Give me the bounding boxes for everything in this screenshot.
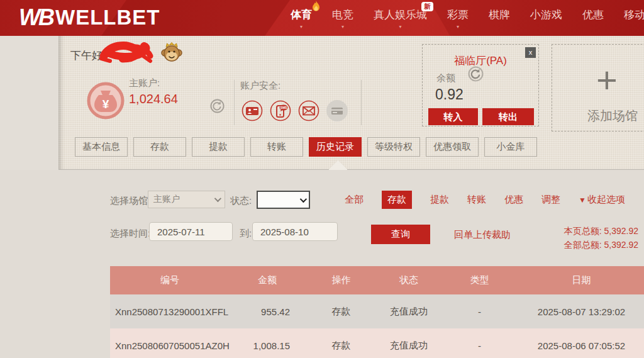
nav-item-lottery[interactable]: 彩票 ▾ — [437, 0, 479, 36]
cell-date: 2025-08-06 07:05:52 — [519, 340, 644, 351]
chevron-down-icon — [300, 195, 307, 202]
nav-item-esports[interactable]: 电竞 ▾ — [322, 0, 364, 36]
account-security-label: 账户安全: — [240, 80, 280, 92]
nav-item-mini-games[interactable]: 小游戏 — [520, 0, 572, 36]
tab-withdraw[interactable]: 提款 — [192, 137, 245, 157]
nav-item-mobile[interactable]: 移动版 — [614, 0, 644, 36]
cell-type: - — [440, 340, 519, 351]
all-total: 全部总额: 5,392.92 — [564, 238, 638, 252]
type-filter-promo[interactable]: 优惠 — [504, 194, 523, 206]
nav-item-promotions[interactable]: 优惠 — [572, 0, 614, 36]
id-card-icon[interactable] — [242, 100, 263, 124]
tab-deposit[interactable]: 存款 — [133, 137, 186, 157]
chevron-down-icon: ▾ — [399, 25, 401, 29]
tab-basic-info[interactable]: 基本信息 — [75, 137, 128, 157]
venue-select-value: 主账户 — [153, 194, 214, 205]
svg-text:¥: ¥ — [103, 98, 109, 111]
col-header-id: 编号 — [110, 274, 230, 286]
to-label: 到: — [240, 228, 252, 240]
type-filter-all[interactable]: 全部 — [345, 194, 364, 206]
cell-operation: 存款 — [305, 306, 377, 318]
add-venue-panel[interactable]: + 添加场馆 — [552, 44, 644, 131]
plus-icon: + — [596, 59, 618, 101]
top-navbar: WB WELLBET 体育 ▾ 电竞 ▾ 新 真人娱乐城 ▾ 彩票 — [0, 0, 644, 36]
nav-item-live-casino[interactable]: 新 真人娱乐城 ▾ — [364, 0, 437, 36]
date-from-input[interactable] — [149, 222, 233, 241]
cell-date: 2025-08-07 13:29:02 — [519, 306, 644, 317]
col-header-amount: 金额 — [230, 274, 305, 286]
nav-item-label: 彩票 — [447, 8, 469, 22]
account-tabs: 基本信息 存款 提款 转账 历史记录 等级特权 优惠领取 小金库 — [75, 137, 537, 157]
type-filter-deposit[interactable]: 存款 — [382, 191, 412, 209]
refresh-venue-balance-icon[interactable] — [468, 66, 484, 84]
transfer-in-button[interactable]: 转入 — [428, 108, 478, 125]
history-table: 编号 金额 操作 状态 类型 日期 Xnn25080713290001XFFL … — [110, 266, 644, 358]
venue-select-label: 选择场馆: — [110, 195, 150, 207]
type-filter-transfer[interactable]: 转账 — [467, 194, 486, 206]
receipt-upload-link[interactable]: 回单上传裁助 — [454, 229, 511, 241]
cell-amount: 955.42 — [230, 306, 305, 317]
col-header-operation: 操作 — [305, 274, 377, 286]
new-badge: 新 — [421, 2, 433, 11]
type-filter-row: 全部 存款 提款 转账 优惠 调整 ▼收起选项 — [345, 191, 625, 209]
col-header-status: 状态 — [377, 274, 440, 286]
refresh-balance-icon[interactable] — [210, 99, 225, 116]
chevron-down-icon: ▾ — [300, 25, 303, 29]
logo-mark: WB — [19, 4, 53, 31]
status-select[interactable] — [257, 191, 310, 209]
table-header-row: 编号 金额 操作 状态 类型 日期 — [110, 266, 644, 294]
nav-item-board-games[interactable]: 棋牌 — [479, 0, 520, 36]
cell-amount: 1,008.15 — [230, 340, 305, 351]
col-header-type: 类型 — [440, 274, 519, 286]
totals-summary: 本页总额: 5,392.92 全部总额: 5,392.92 — [564, 224, 638, 252]
cell-operation: 存款 — [305, 340, 377, 352]
wellbet-logo[interactable]: WB WELLBET — [19, 5, 160, 30]
svg-text:SMS: SMS — [280, 106, 288, 109]
time-range-label: 选择时间: — [110, 228, 150, 240]
nav-item-label: 真人娱乐城 — [374, 8, 427, 22]
tab-vip[interactable]: 等级特权 — [367, 137, 420, 157]
nav-item-label: 体育 — [291, 8, 312, 22]
tab-vault[interactable]: 小金库 — [484, 137, 537, 157]
nav-item-label: 小游戏 — [530, 8, 562, 22]
collapse-options-link[interactable]: ▼收起选项 — [579, 194, 625, 206]
transfer-out-button[interactable]: 转出 — [482, 108, 534, 125]
divider — [234, 80, 235, 125]
search-button[interactable]: 查询 — [371, 225, 430, 244]
cell-status: 充值成功 — [377, 306, 440, 318]
cell-id: Xnn25080607050051AZ0H — [110, 340, 230, 351]
tab-transfer[interactable]: 转账 — [250, 137, 303, 157]
nav-menu: 体育 ▾ 电竞 ▾ 新 真人娱乐城 ▾ 彩票 ▾ 棋牌 小游戏 — [280, 0, 644, 36]
venue-wallet-panel: x 福临厅(PA) 余额 0.92 转入 转出 — [422, 44, 539, 126]
type-filter-withdraw[interactable]: 提款 — [430, 194, 449, 206]
bank-card-icon[interactable] — [326, 100, 348, 124]
email-icon[interactable] — [298, 100, 319, 124]
account-panel: 下午好 — [58, 36, 644, 170]
type-filter-adjust[interactable]: 调整 — [541, 194, 560, 206]
triangle-down-icon: ▼ — [579, 196, 586, 204]
main-account-label: 主账户: — [129, 77, 160, 89]
venue-select[interactable]: 主账户 — [148, 191, 225, 208]
chevron-down-icon: ▾ — [341, 25, 344, 29]
divider — [361, 80, 362, 125]
table-row[interactable]: Xnn25080607050051AZ0H 1,008.15 存款 充值成功 -… — [110, 328, 644, 358]
phone-sms-icon[interactable]: SMS — [270, 100, 291, 124]
venue-balance-label: 余额 — [436, 72, 455, 84]
nav-item-label: 移动版 — [624, 8, 644, 22]
table-row[interactable]: Xnn25080713290001XFFL 955.42 存款 充值成功 - 2… — [110, 294, 644, 328]
history-section: 选择场馆: 主账户 状态: 全部 存款 提款 转账 优惠 调整 ▼收起选项 选择… — [0, 170, 644, 358]
date-to-input[interactable] — [252, 222, 338, 241]
wellbet-account-page: WB WELLBET 体育 ▾ 电竞 ▾ 新 真人娱乐城 ▾ 彩票 — [0, 0, 644, 358]
money-bag-icon: ¥ — [87, 82, 125, 122]
nav-item-label: 电竞 — [332, 8, 353, 22]
nav-item-sports[interactable]: 体育 ▾ — [280, 0, 322, 36]
cell-status: 充值成功 — [377, 340, 440, 352]
venue-balance-value: 0.92 — [435, 86, 464, 103]
chevron-down-icon: ▾ — [457, 25, 459, 29]
page-total: 本页总额: 5,392.92 — [564, 224, 638, 238]
col-header-date: 日期 — [519, 274, 644, 286]
nav-item-label: 优惠 — [582, 8, 604, 22]
cell-id: Xnn25080713290001XFFL — [110, 306, 230, 317]
tab-promo-claim[interactable]: 优惠领取 — [426, 137, 479, 157]
tab-history[interactable]: 历史记录 — [309, 137, 362, 157]
